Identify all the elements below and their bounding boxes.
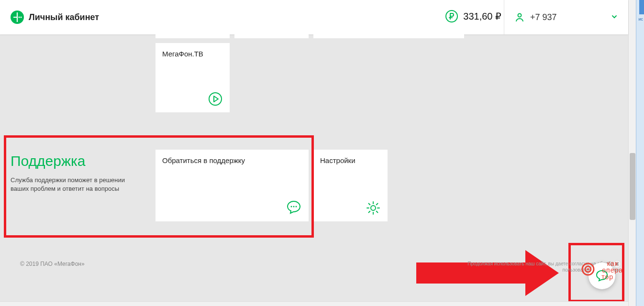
tile-stub <box>313 34 464 38</box>
user-icon <box>515 12 524 22</box>
tile-stub <box>234 34 309 38</box>
svg-point-9 <box>371 206 376 210</box>
scrollbar-track[interactable] <box>628 0 636 306</box>
external-blue-text: ис <box>638 17 643 22</box>
logo[interactable]: Личный кабинет <box>11 11 99 24</box>
tile-megafon-tv[interactable]: МегаФон.ТВ <box>155 43 230 112</box>
footer-copyright: © 2019 ПАО «МегаФон» <box>20 261 85 267</box>
svg-point-5 <box>209 93 222 105</box>
h-scrollbar[interactable] <box>0 301 628 306</box>
watermark-text: как <box>607 260 618 267</box>
watermark-icon <box>580 261 596 277</box>
ruble-icon <box>445 10 458 23</box>
svg-point-1 <box>19 17 20 18</box>
logo-icon <box>11 11 24 24</box>
svg-point-4 <box>518 14 522 17</box>
external-blue-strip: ис <box>636 0 644 306</box>
tile-title: Настройки <box>320 156 355 164</box>
phone-number: +7 937 <box>530 12 557 22</box>
scrollbar-thumb[interactable] <box>630 153 635 220</box>
play-icon <box>208 91 223 107</box>
svg-point-12 <box>587 268 589 270</box>
tile-settings[interactable]: Настройки <box>313 150 388 221</box>
watermark-text: опера <box>602 267 623 273</box>
viewport: ис Личный кабинет 331,60 ₽ <box>0 0 644 306</box>
watermark-text: тор <box>601 273 613 280</box>
annotation-highlight-box <box>4 135 314 238</box>
gear-icon <box>366 200 381 216</box>
external-blue-bar <box>639 0 644 14</box>
tile-stub <box>155 34 230 38</box>
balance[interactable]: 331,60 ₽ <box>445 10 501 23</box>
account-dropdown[interactable]: +7 937 <box>504 0 628 34</box>
annotation-arrow-head <box>525 250 559 296</box>
header: Личный кабинет 331,60 ₽ +7 937 <box>0 0 628 34</box>
tile-title: МегаФон.ТВ <box>162 50 203 58</box>
svg-point-2 <box>21 17 22 18</box>
balance-value: 331,60 ₽ <box>463 11 501 22</box>
app-title: Личный кабинет <box>29 12 99 22</box>
chevron-down-icon <box>611 13 618 20</box>
